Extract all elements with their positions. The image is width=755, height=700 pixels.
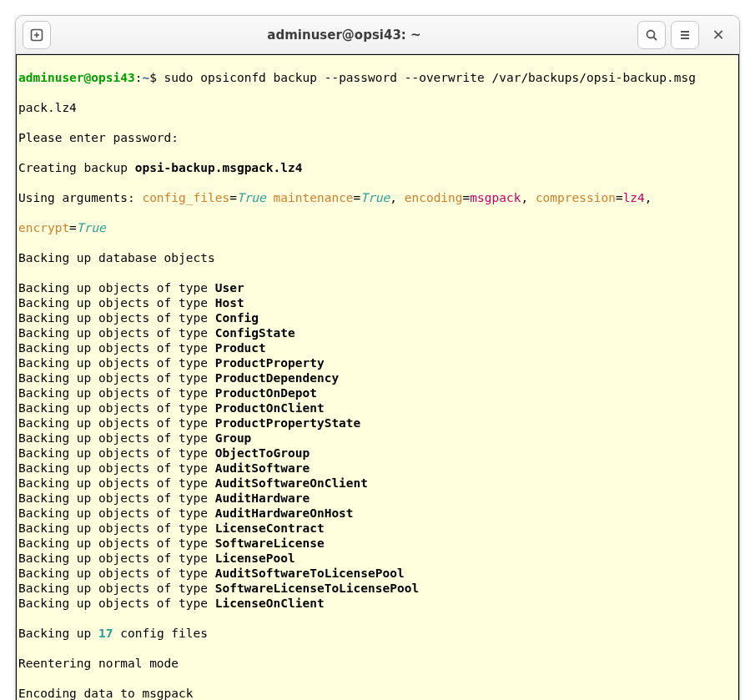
search-icon <box>645 28 658 42</box>
terminal-body[interactable]: adminuser@opsi43:~$ sudo opsiconfd backu… <box>16 54 739 700</box>
backup-types-container: Backing up objects of type UserBacking u… <box>18 280 737 611</box>
backup-type-line: Backing up objects of type User <box>18 280 737 295</box>
window-title: adminuser@opsi43: ~ <box>51 28 637 43</box>
backup-type-line: Backing up objects of type Product <box>18 340 737 355</box>
backup-type-name: ProductOnDepot <box>215 386 317 400</box>
backup-type-name: Host <box>215 296 244 310</box>
backup-type-name: ProductOnClient <box>215 401 325 415</box>
backup-type-name: ProductDependency <box>215 371 339 385</box>
close-icon: ✕ <box>712 28 724 43</box>
backup-type-line: Backing up objects of type SoftwareLicen… <box>18 536 737 551</box>
config-file-count: 17 <box>98 627 113 640</box>
backup-type-line: Backing up objects of type AuditHardware… <box>18 506 737 521</box>
backup-type-line: Backing up objects of type ObjectToGroup <box>18 446 737 461</box>
backup-type-name: Product <box>215 341 266 355</box>
titlebar: adminuser@opsi43: ~ ✕ <box>16 16 739 54</box>
backup-type-line: Backing up objects of type AuditHardware <box>18 491 737 506</box>
backup-type-line: Backing up objects of type LicenseContra… <box>18 521 737 536</box>
args-line-2: encrypt=True <box>18 220 737 235</box>
backup-type-name: AuditSoftware <box>215 461 310 475</box>
backup-type-line: Backing up objects of type Group <box>18 431 737 446</box>
backup-type-name: LicenseOnClient <box>215 597 325 610</box>
prompt-line-2: pack.lz4 <box>18 100 737 115</box>
backup-type-line: Backing up objects of type ProductProper… <box>18 355 737 370</box>
backup-type-line: Backing up objects of type AuditSoftware <box>18 461 737 476</box>
args-line-1: Using arguments: config_files=True maint… <box>18 190 737 205</box>
backup-type-name: Group <box>215 431 252 445</box>
svg-line-4 <box>654 37 657 40</box>
backup-type-name: Config <box>215 311 259 325</box>
plus-tab-icon <box>29 28 44 43</box>
backup-type-line: Backing up objects of type AuditSoftware… <box>18 476 737 491</box>
new-tab-button[interactable] <box>23 21 51 49</box>
backup-type-name: LicenseContract <box>215 521 325 535</box>
backup-type-name: SoftwareLicenseToLicensePool <box>215 582 419 595</box>
close-button[interactable]: ✕ <box>704 21 732 49</box>
config-files-line: Backing up 17 config files <box>18 626 737 641</box>
backup-type-line: Backing up objects of type ProductOnClie… <box>18 400 737 415</box>
hamburger-icon <box>678 28 692 42</box>
prompt-line-1: adminuser@opsi43:~$ sudo opsiconfd backu… <box>18 70 737 85</box>
backup-type-name: AuditSoftwareToLicensePool <box>215 567 405 580</box>
backup-type-name: ConfigState <box>215 326 295 340</box>
backup-type-line: Backing up objects of type Config <box>18 310 737 325</box>
titlebar-left <box>23 21 51 49</box>
backup-type-line: Backing up objects of type AuditSoftware… <box>18 566 737 581</box>
backup-type-line: Backing up objects of type ProductDepend… <box>18 370 737 385</box>
backup-type-line: Backing up objects of type LicensePool <box>18 551 737 566</box>
backup-filename: opsi-backup.msgpack.lz4 <box>135 161 303 174</box>
backup-type-line: Backing up objects of type ProductProper… <box>18 415 737 431</box>
prompt-user: adminuser@opsi43 <box>18 71 135 84</box>
backup-type-line: Backing up objects of type ProductOnDepo… <box>18 385 737 400</box>
please-enter-password: Please enter password: <box>18 130 737 145</box>
backup-type-name: ProductPropertyState <box>215 416 361 430</box>
backup-type-name: LicensePool <box>215 551 295 565</box>
backup-type-name: User <box>215 281 244 295</box>
terminal-window: adminuser@opsi43: ~ ✕ adminuser@opsi43:~… <box>15 15 740 700</box>
backup-type-name: AuditHardwareOnHost <box>215 506 354 520</box>
backup-type-name: SoftwareLicense <box>215 536 325 550</box>
svg-point-3 <box>647 30 655 38</box>
titlebar-right: ✕ <box>637 21 732 49</box>
encoding-line: Encoding data to msgpack <box>18 686 737 700</box>
backing-up-db-objects: Backing up database objects <box>18 250 737 265</box>
reentering-line: Reentering normal mode <box>18 656 737 671</box>
backup-type-line: Backing up objects of type LicenseOnClie… <box>18 596 737 611</box>
backup-type-name: ObjectToGroup <box>215 446 310 460</box>
prompt-dollar: $ <box>149 71 157 84</box>
cmd-part-1: sudo opsiconfd backup --password --overw… <box>157 71 696 84</box>
backup-type-line: Backing up objects of type ConfigState <box>18 325 737 340</box>
backup-type-name: AuditHardware <box>215 491 310 505</box>
backup-type-line: Backing up objects of type SoftwareLicen… <box>18 581 737 596</box>
menu-button[interactable] <box>671 21 699 49</box>
backup-type-line: Backing up objects of type Host <box>18 295 737 310</box>
creating-backup-line: Creating backup opsi-backup.msgpack.lz4 <box>18 160 737 175</box>
backup-type-name: AuditSoftwareOnClient <box>215 476 368 490</box>
backup-type-name: ProductProperty <box>215 356 325 370</box>
search-button[interactable] <box>637 21 666 49</box>
prompt-path: ~ <box>142 71 149 84</box>
